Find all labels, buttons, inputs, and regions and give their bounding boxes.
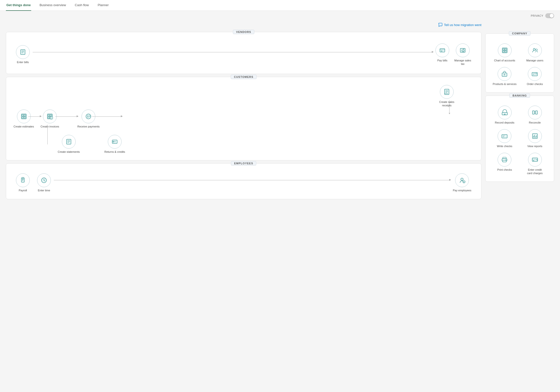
reconcile-item: Reconcile	[528, 106, 542, 124]
banking-title: BANKING	[509, 93, 530, 98]
order-checks-icon	[531, 70, 538, 77]
enter-bills-label: Enter bills	[17, 60, 29, 64]
print-checks-label: Print checks	[497, 168, 512, 171]
view-reports-button[interactable]	[528, 129, 542, 143]
svg-point-51	[506, 160, 506, 160]
vert-arrow1	[449, 100, 449, 112]
chart-accounts-item: Chart of accounts	[494, 43, 515, 62]
svg-rect-54	[533, 160, 534, 161]
svg-rect-46	[502, 135, 507, 138]
products-services-button[interactable]	[498, 67, 511, 81]
right-spacer	[485, 22, 554, 30]
returns-credits-button[interactable]	[108, 135, 122, 149]
left-panel: Tell us how migration went VENDORS Enter…	[6, 22, 481, 199]
svg-rect-44	[532, 111, 534, 114]
credit-card-button[interactable]	[528, 153, 542, 167]
enter-time-button[interactable]	[37, 173, 51, 187]
print-checks-item: Print checks	[497, 153, 512, 175]
customers-title: CUSTOMERS	[231, 75, 256, 79]
write-checks-item: Write checks	[497, 129, 512, 148]
payroll-label: Payroll	[19, 189, 27, 192]
arrow-est-inv: ▶	[28, 116, 41, 117]
enter-time-label: Enter time	[38, 189, 50, 192]
order-checks-button[interactable]	[528, 67, 542, 81]
chat-icon	[438, 23, 443, 27]
statements-icon	[65, 138, 72, 145]
company-section: COMPANY Chart of accounts	[485, 33, 554, 93]
print-checks-icon	[501, 156, 508, 163]
create-invoices-button[interactable]: $	[43, 110, 57, 123]
svg-rect-1	[440, 49, 445, 52]
svg-rect-0	[21, 50, 25, 55]
create-sales-receipts-button[interactable]	[440, 85, 454, 99]
svg-point-37	[533, 48, 535, 50]
svg-rect-2	[440, 49, 445, 50]
pay-employees-button[interactable]: $	[455, 173, 469, 187]
manage-users-button[interactable]	[528, 43, 542, 57]
svg-rect-3	[441, 51, 442, 51]
create-sales-receipts-label: Create sales receipts	[437, 100, 457, 107]
credit-card-label: Enter credit card charges	[525, 168, 545, 175]
create-invoices-label: Create invoices	[41, 125, 59, 128]
chart-accounts-button[interactable]	[498, 43, 512, 57]
svg-point-29	[461, 178, 463, 181]
order-checks-item: Order checks	[527, 67, 543, 86]
products-services-label: Products & services	[493, 82, 517, 86]
record-deposits-item: Record deposits	[495, 106, 515, 124]
company-grid: Chart of accounts Manage users	[490, 38, 550, 88]
tab-planner[interactable]: Planner	[97, 0, 109, 11]
tab-get-things-done[interactable]: Get things done	[6, 0, 31, 11]
svg-rect-53	[532, 159, 538, 160]
payroll-button[interactable]	[16, 173, 30, 187]
pay-bills-button[interactable]	[435, 43, 449, 57]
manage-users-item: Manage users	[526, 43, 544, 62]
tab-cash-flow[interactable]: Cash flow	[74, 0, 89, 11]
manage-sales-tax-button[interactable]: %	[456, 43, 470, 57]
arrow-pay-bank: ▶	[92, 116, 122, 117]
svg-text:%: %	[462, 50, 464, 52]
deposits-icon	[501, 109, 508, 116]
reconcile-icon	[532, 109, 538, 116]
svg-rect-23	[67, 139, 71, 144]
svg-rect-26	[22, 177, 24, 178]
pay-employees-icon: $	[459, 177, 465, 184]
write-checks-label: Write checks	[497, 144, 512, 148]
main-content: Tell us how migration went VENDORS Enter…	[0, 20, 560, 205]
create-estimates-label: Create estimates	[14, 125, 34, 128]
create-estimates-item: Create estimates	[14, 110, 34, 128]
svg-rect-45	[535, 111, 537, 114]
enter-bills-button[interactable]	[16, 45, 30, 59]
employees-section: EMPLOYEES Payroll	[6, 163, 481, 199]
products-icon	[501, 70, 508, 77]
pay-bills-icon	[439, 47, 446, 54]
svg-text:$: $	[463, 181, 464, 183]
customers-flow: Create sales receipts ▼	[11, 85, 476, 156]
migration-banner: Tell us how migration went	[6, 22, 481, 29]
returns-icon	[111, 138, 118, 145]
tab-business-overview[interactable]: Business overview	[39, 0, 67, 11]
privacy-row: PRIVACY	[0, 11, 560, 20]
create-statements-button[interactable]	[62, 135, 76, 149]
reports-icon	[532, 133, 538, 140]
invoices-icon: $	[46, 113, 53, 120]
reconcile-button[interactable]	[528, 106, 542, 119]
arrow-inv-pay: ▶	[55, 116, 77, 117]
write-checks-icon	[501, 133, 508, 140]
receipts-icon	[443, 88, 450, 95]
arrow-time-employees: ▶	[54, 180, 450, 180]
print-checks-button[interactable]	[498, 153, 511, 167]
create-statements-label: Create statements	[58, 150, 80, 154]
reconcile-label: Reconcile	[529, 121, 541, 124]
vendors-section: VENDORS Enter bills ▶	[6, 32, 481, 74]
write-checks-button[interactable]	[498, 129, 511, 143]
privacy-toggle[interactable]	[545, 13, 554, 18]
order-checks-label: Order checks	[527, 82, 543, 86]
vendors-flow: Enter bills ▶	[11, 36, 476, 70]
migration-link[interactable]: Tell us how migration went	[438, 23, 481, 27]
vendors-end-items: Pay bills % Manage sales tax	[435, 43, 471, 66]
create-statements-item: Create statements	[58, 135, 80, 154]
svg-rect-50	[503, 161, 506, 162]
record-deposits-button[interactable]	[498, 106, 512, 119]
vert-inv-emp	[47, 125, 48, 144]
credit-card-item: Enter credit card charges	[525, 153, 545, 175]
